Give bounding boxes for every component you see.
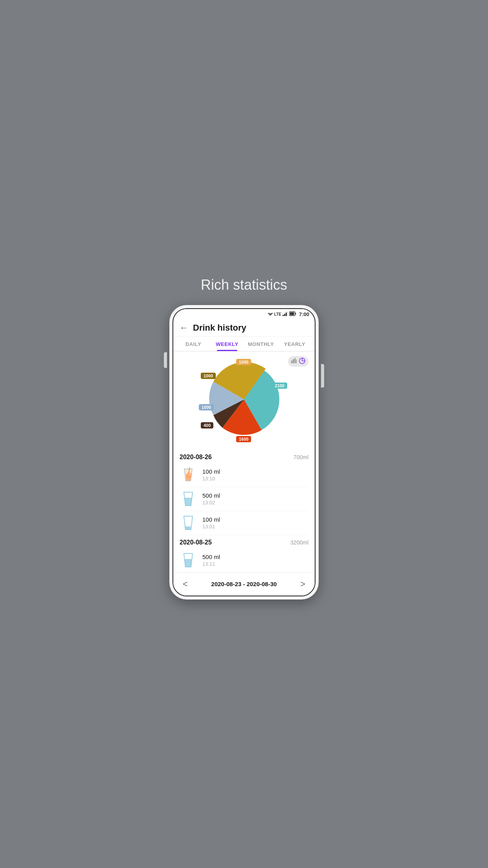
lte-label: LTE — [274, 312, 281, 316]
chart-section: 1000 2100 1000 1600 400 — [173, 351, 315, 450]
drink-item-0-2: 100 ml 13:01 — [180, 511, 308, 535]
pie-label-red: 1600 — [236, 435, 251, 442]
svg-marker-30 — [185, 559, 192, 567]
drink-info-0-1: 500 ml 13:02 — [202, 492, 220, 506]
pie-label-darkbrown: 400 — [201, 421, 213, 428]
drink-ml-1-0: 500 ml — [202, 554, 220, 560]
pie-svg-wrapper: 1000 2100 1000 1600 400 — [205, 360, 283, 440]
pie-label-teal: 2100 — [272, 382, 287, 389]
date-total-1: 3200ml — [290, 539, 308, 546]
drink-info-0-2: 100 ml 13:01 — [202, 516, 220, 530]
drink-item-1-0: 500 ml 13:11 — [180, 548, 308, 572]
status-icons: LTE — [268, 311, 309, 317]
svg-rect-8 — [290, 313, 294, 315]
status-time: 7:00 — [299, 311, 309, 317]
tabs-bar: DAILY WEEKLY MONTHLY YEARLY — [173, 337, 315, 351]
svg-point-21 — [188, 474, 190, 476]
status-bar: LTE — [173, 309, 315, 319]
drink-icon-juice-0 — [180, 466, 197, 484]
date-total-0: 700ml — [294, 454, 308, 460]
phone-frame: LTE — [169, 305, 319, 600]
date-header-0: 2020-08-26 700ml — [180, 450, 308, 463]
date-header-1: 2020-08-25 3200ml — [180, 535, 308, 548]
drink-time-0-1: 13:02 — [202, 500, 220, 506]
app-header-title: Drink history — [193, 323, 246, 333]
pie-label-olive: 1000 — [201, 372, 216, 379]
history-section: 2020-08-26 700ml — [173, 450, 315, 572]
drink-ml-0-1: 500 ml — [202, 492, 220, 499]
battery-icon — [289, 311, 296, 317]
drink-info-0-0: 100 ml 13:10 — [202, 468, 220, 482]
svg-rect-5 — [287, 311, 288, 316]
juice-glass-icon — [182, 467, 194, 482]
svg-rect-4 — [286, 313, 287, 316]
pie-chart-container: 1000 2100 1000 1600 400 — [180, 356, 308, 447]
drink-icon-water-1 — [180, 514, 197, 531]
back-button[interactable]: ← — [180, 323, 188, 333]
page-wrapper: Rich statistics LTE — [163, 261, 325, 607]
water-glass-icon-3 — [182, 553, 194, 568]
drink-icon-water-0 — [180, 490, 197, 508]
water-glass-icon-1 — [182, 491, 194, 506]
nav-date-range: 2020-08-23 - 2020-08-30 — [211, 581, 277, 587]
page-title: Rich statistics — [201, 277, 287, 293]
nav-next-button[interactable]: > — [297, 577, 308, 591]
drink-time-0-2: 13:01 — [202, 524, 220, 530]
phone-screen: LTE — [172, 308, 316, 596]
svg-rect-7 — [295, 313, 296, 314]
pie-label-orange: 1000 — [236, 358, 251, 365]
drink-ml-0-2: 100 ml — [202, 516, 220, 523]
signal-icon — [283, 311, 288, 317]
drink-time-0-0: 13:10 — [202, 476, 220, 482]
drink-icon-water-2 — [180, 552, 197, 569]
nav-bar: < 2020-08-23 - 2020-08-30 > — [173, 572, 315, 596]
nav-prev-button[interactable]: < — [180, 577, 191, 591]
wifi-icon — [268, 312, 273, 317]
app-header: ← Drink history — [173, 319, 315, 337]
tab-weekly[interactable]: WEEKLY — [210, 337, 244, 351]
svg-marker-27 — [185, 526, 191, 530]
drink-item-0-1: 500 ml 13:02 — [180, 487, 308, 511]
pie-label-lightblue: 1000 — [199, 403, 214, 410]
svg-rect-2 — [283, 315, 284, 316]
drink-ml-0-0: 100 ml — [202, 468, 220, 475]
tab-yearly[interactable]: YEARLY — [278, 337, 312, 351]
svg-rect-3 — [284, 314, 285, 316]
date-label-0: 2020-08-26 — [180, 454, 212, 461]
drink-info-1-0: 500 ml 13:11 — [202, 554, 220, 567]
date-label-1: 2020-08-25 — [180, 539, 212, 546]
tab-daily[interactable]: DAILY — [176, 337, 210, 351]
water-glass-icon-2 — [182, 515, 194, 530]
tab-monthly[interactable]: MONTHLY — [244, 337, 278, 351]
drink-item-0-0: 100 ml 13:10 — [180, 463, 308, 487]
svg-marker-24 — [185, 498, 192, 506]
drink-time-1-0: 13:11 — [202, 561, 220, 567]
pie-chart-svg — [205, 360, 283, 439]
